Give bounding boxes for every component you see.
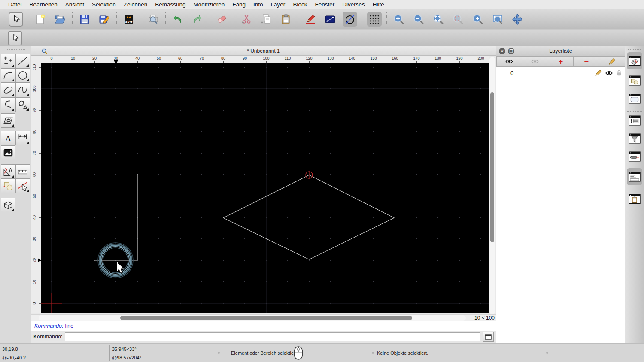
layer-row[interactable]: 0 (496, 69, 625, 77)
menu-item-fenster[interactable]: Fenster (311, 1, 338, 8)
v-ruler: 0102030405060708090100110 (31, 63, 41, 313)
ellipse-tool-button[interactable] (1, 83, 15, 97)
menu-item-selektion[interactable]: Selektion (88, 1, 120, 8)
command-window-button[interactable] (483, 332, 494, 342)
selection-tool-button[interactable] (8, 31, 22, 45)
zoom-selection-button[interactable] (451, 12, 465, 27)
select-arrow-button[interactable] (9, 12, 23, 27)
zoom-auto-button[interactable] (431, 12, 446, 27)
paste-button[interactable] (279, 12, 293, 27)
menu-item-fang[interactable]: Fang (228, 1, 249, 8)
menu-item-block[interactable]: Block (289, 1, 311, 8)
points-tool-button[interactable] (1, 54, 15, 68)
print-preview-button[interactable] (146, 12, 161, 27)
save-button[interactable] (77, 12, 92, 27)
vertical-scrollbar-handle[interactable] (490, 92, 494, 242)
block-tool-button[interactable] (1, 179, 15, 193)
modify-tools-button[interactable] (1, 164, 15, 179)
horizontal-scrollbar[interactable] (39, 315, 466, 321)
status-bar: 30,19.8 @-90,-40.2 35.945<33° @98.57<204… (0, 343, 644, 362)
circle-tool-button[interactable] (15, 68, 30, 83)
layer-visibility-icon[interactable] (605, 70, 613, 76)
dimension-tool-button[interactable] (15, 131, 30, 145)
arc-tool-button[interactable] (1, 68, 15, 83)
block-list-dock-button[interactable] (627, 72, 642, 89)
draft-mode-button[interactable] (343, 12, 357, 27)
solid-3d-tool-button[interactable] (1, 198, 15, 212)
menu-item-hilfe[interactable]: Hilfe (369, 1, 388, 8)
cut-button[interactable] (239, 12, 254, 27)
save-as-button[interactable] (97, 12, 112, 27)
layer-panel-float-button[interactable]: ❐ (508, 48, 514, 54)
dock-handle[interactable] (628, 49, 641, 50)
measure-tool-button[interactable] (15, 164, 30, 179)
zoom-out-button[interactable] (411, 12, 426, 27)
entity-list-dock-button[interactable] (627, 112, 642, 129)
menu-item-modifizieren[interactable]: Modifizieren (190, 1, 229, 8)
open-file-button[interactable] (53, 12, 67, 27)
edit-layer-button[interactable] (599, 56, 625, 67)
pen-attributes-button[interactable] (303, 12, 318, 27)
new-document-button[interactable] (33, 12, 48, 27)
hide-all-layers-button[interactable] (522, 56, 548, 67)
delete-button[interactable] (215, 12, 229, 27)
layer-lock-icon[interactable] (616, 69, 622, 76)
toolbar-separator (386, 12, 387, 26)
layer-panel-titlebar[interactable]: ✕ ❐ Layerliste (496, 46, 625, 56)
zoom-out-icon (412, 13, 425, 26)
menu-item-diverses[interactable]: Diverses (338, 1, 369, 8)
add-layer-button[interactable]: + (548, 56, 574, 67)
show-all-layers-button[interactable] (496, 56, 522, 67)
drawing-canvas[interactable] (41, 63, 489, 313)
polyline-tool-button[interactable] (1, 97, 15, 112)
hatch-tool-button[interactable] (1, 113, 15, 128)
image-tool-button[interactable] (1, 145, 15, 160)
h-ruler-label: 140 (346, 56, 358, 60)
layer-panel-close-button[interactable]: ✕ (499, 48, 505, 54)
v-ruler-label: 110 (32, 63, 36, 73)
hatch-icon (3, 115, 14, 126)
menu-item-layer[interactable]: Layer (267, 1, 289, 8)
menu-item-datei[interactable]: Datei (4, 1, 26, 8)
h-ruler-label: 150 (368, 56, 380, 60)
menu-item-ansicht[interactable]: Ansicht (61, 1, 88, 8)
line-entities[interactable] (94, 174, 137, 260)
copy-button[interactable] (259, 12, 273, 27)
measure-distance-button[interactable] (323, 12, 337, 27)
menu-item-bearbeiten[interactable]: Bearbeiten (26, 1, 61, 8)
spline-tool-button[interactable] (15, 83, 30, 97)
zoom-in-button[interactable] (392, 12, 406, 27)
undo-button[interactable] (170, 12, 185, 27)
svg-export-button[interactable]: SVG (122, 12, 136, 27)
clipboard-dock-button[interactable] (627, 190, 642, 208)
remove-layer-button[interactable]: − (574, 56, 599, 67)
pan-button[interactable] (510, 12, 525, 27)
selection-filter-dock-button[interactable] (627, 130, 642, 147)
tool-options-dock-button[interactable] (627, 148, 642, 165)
document-title: * Unbenannt 1 (247, 48, 280, 54)
layer-list-dock-button[interactable] (627, 52, 642, 69)
redo-button[interactable] (190, 12, 205, 27)
zoom-previous-button[interactable] (471, 12, 485, 27)
undo-icon (171, 13, 184, 26)
rhombus-entity[interactable] (223, 175, 394, 259)
library-browser-dock-button[interactable] (627, 90, 642, 107)
modify-entity-button[interactable] (15, 179, 30, 193)
menu-item-info[interactable]: Info (249, 1, 267, 8)
drawing-window-titlebar[interactable]: * Unbenannt 1 (31, 46, 496, 56)
command-history: Kommando: line (31, 321, 496, 331)
action-hint: Element oder Bereich selektieren (231, 350, 301, 356)
polygon-tool-button[interactable] (15, 97, 30, 112)
menu-item-zeichnen[interactable]: Zeichnen (120, 1, 152, 8)
layer-edit-pencil-icon[interactable] (595, 69, 602, 76)
zoom-window-button[interactable] (490, 12, 505, 27)
vertical-scrollbar[interactable] (489, 57, 495, 314)
menu-item-bemassung[interactable]: Bemassung (151, 1, 189, 8)
command-line-dock-button[interactable] (627, 168, 642, 185)
line-tool-button[interactable] (15, 54, 30, 68)
text-tool-button[interactable]: A (1, 131, 15, 145)
command-input[interactable] (65, 332, 480, 341)
grid-toggle-button[interactable] (367, 12, 382, 27)
palette-handle[interactable] (6, 49, 25, 50)
horizontal-scrollbar-handle[interactable] (120, 316, 412, 320)
